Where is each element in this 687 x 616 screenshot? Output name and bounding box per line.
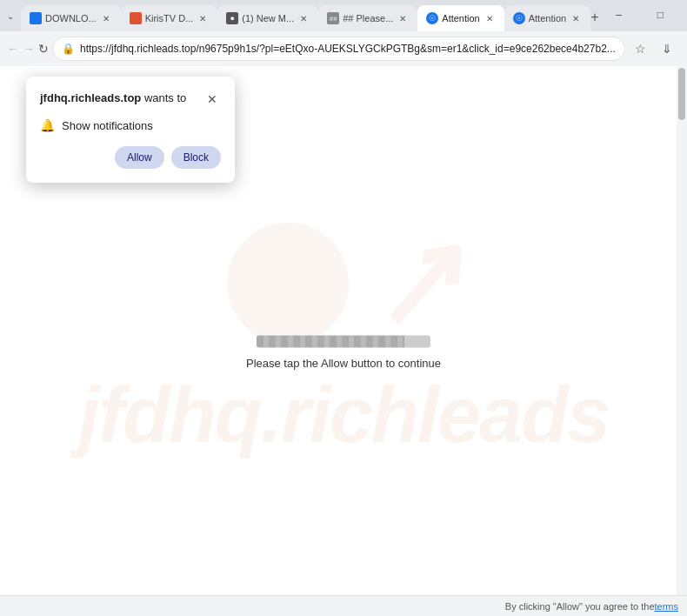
maximize-button[interactable]: □ (640, 2, 680, 28)
tab-attention-2[interactable]: ☉ Attention ✕ (504, 5, 590, 31)
dialog-buttons: Allow Block (40, 146, 221, 169)
block-button[interactable]: Block (171, 146, 221, 169)
browser-controls: ⌄ (3, 9, 17, 23)
tab-download[interactable]: DOWNLO... ✕ (21, 5, 121, 31)
tab-label-kiristv: KirisTV D... (145, 13, 194, 23)
dialog-close-button[interactable]: ✕ (203, 90, 221, 108)
loading-text: Please tap the Allow button to continue (246, 356, 441, 369)
tab-list-button[interactable]: ⌄ (3, 9, 17, 23)
bell-icon: 🔔 (40, 118, 55, 132)
address-bar: ← → ↻ 🔒 https://jfdhq.richleads.top/n967… (0, 31, 687, 66)
tab-label-hash: ## Please... (343, 13, 393, 23)
bookmark-button[interactable]: ☆ (629, 37, 653, 61)
tab-label-download: DOWNLO... (45, 13, 97, 23)
dialog-title: jfdhq.richleads.top wants to (40, 90, 186, 106)
scrollbar[interactable] (677, 66, 687, 616)
tab-favicon-kiris (130, 12, 142, 24)
url-bar[interactable]: 🔒 https://jfdhq.richleads.top/n9675p9h1s… (52, 37, 625, 61)
tab-new-message[interactable]: ● (1) New M... ✕ (217, 5, 318, 31)
tab-hash[interactable]: ## ## Please... ✕ (318, 5, 417, 31)
terms-link[interactable]: terms (655, 601, 679, 612)
tab-favicon-download (30, 12, 42, 24)
dialog-notification-row: 🔔 Show notifications (40, 118, 221, 132)
loading-bar (257, 335, 430, 347)
new-tab-button[interactable]: + (590, 5, 598, 30)
window-controls: – □ ✕ (598, 2, 687, 28)
toolbar-icons: ☆ ⇓ 👤 ⋮ (629, 37, 687, 61)
bottom-bar-text: By clicking "Allow" you agree to the (505, 601, 655, 612)
back-button[interactable]: ← (7, 37, 19, 61)
page-content: ↗ jfdhq.richleads Please tap the Allow b… (0, 66, 687, 616)
tab-kiristv[interactable]: KirisTV D... ✕ (121, 5, 218, 31)
bottom-bar: By clicking "Allow" you agree to the ter… (0, 595, 687, 616)
scrollbar-thumb[interactable] (678, 68, 685, 120)
allow-button[interactable]: Allow (115, 146, 164, 169)
tab-favicon-att1: ☉ (426, 12, 438, 24)
tab-label-att2: Attention (529, 13, 566, 23)
watermark-cursor: ↗ (357, 219, 470, 347)
tab-close-new[interactable]: ✕ (297, 12, 310, 24)
minimize-button[interactable]: – (598, 2, 638, 28)
loading-bar-fill (257, 335, 404, 347)
browser-window: ⌄ DOWNLO... ✕ KirisTV D... ✕ ● (1) New M… (0, 0, 687, 616)
permission-dialog: jfdhq.richleads.top wants to ✕ 🔔 Show no… (26, 77, 235, 183)
tab-close-att2[interactable]: ✕ (570, 12, 582, 24)
tab-attention-1[interactable]: ☉ Attention ✕ (417, 5, 504, 31)
tab-close-kiristv[interactable]: ✕ (197, 12, 209, 24)
profile-button[interactable]: 👤 (681, 37, 687, 61)
tab-favicon-att2: ☉ (513, 12, 525, 24)
url-text: https://jfdhq.richleads.top/n9675p9h1s/?… (80, 43, 616, 55)
dialog-suffix: wants to (141, 91, 186, 104)
download-button[interactable]: ⇓ (655, 37, 679, 61)
watermark-circle (227, 223, 349, 345)
close-window-button[interactable]: ✕ (682, 2, 687, 28)
tab-label-new: (1) New M... (242, 13, 294, 23)
tab-favicon-hash: ## (327, 12, 339, 24)
watermark-text: jfdhq.richleads (78, 371, 609, 460)
tab-close-download[interactable]: ✕ (100, 12, 112, 24)
tab-close-att1[interactable]: ✕ (484, 12, 496, 24)
dialog-header: jfdhq.richleads.top wants to ✕ (40, 90, 221, 108)
tab-bar: ⌄ DOWNLO... ✕ KirisTV D... ✕ ● (1) New M… (0, 0, 687, 31)
tab-favicon-new: ● (226, 12, 238, 24)
loading-section: Please tap the Allow button to continue (246, 335, 441, 369)
secure-icon: 🔒 (62, 43, 75, 55)
tab-close-hash[interactable]: ✕ (397, 12, 409, 24)
tab-label-att1: Attention (442, 13, 479, 23)
watermark-top: ↗ (227, 223, 461, 345)
forward-button[interactable]: → (23, 37, 35, 61)
reload-button[interactable]: ↻ (38, 37, 49, 61)
dialog-site: jfdhq.richleads.top (40, 91, 141, 104)
notification-label: Show notifications (62, 119, 153, 132)
